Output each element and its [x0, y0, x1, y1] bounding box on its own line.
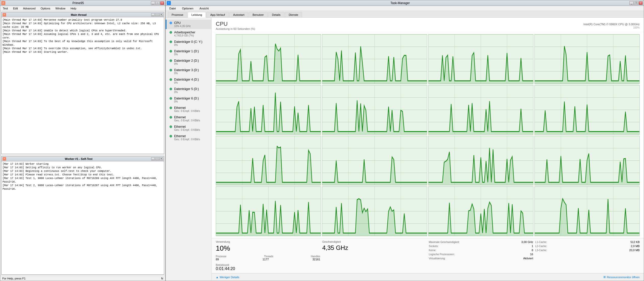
sidebar-item-name: Datenträger 4 (D:) — [174, 78, 199, 81]
sidebar-item-name: Datenträger 0 (C: Y:) — [174, 40, 202, 44]
sidebar-item[interactable]: Datenträger 5 (D:)0% — [166, 86, 211, 95]
main-thread-log[interactable]: [Main thread Mar 17 14:03] Mersenne numb… — [2, 17, 164, 154]
cpu-stats: Verwendung 10% Prozesse Threads Handles … — [212, 238, 644, 273]
tab-app-verlauf[interactable]: App-Verlauf — [206, 12, 229, 17]
worker-log[interactable]: [Mar 17 14:03] Worker starting[Mar 17 14… — [2, 161, 164, 274]
up-arrow-icon: ▲ — [216, 276, 219, 279]
tm-minimize-btn[interactable]: _ — [629, 1, 634, 5]
tab-autostart[interactable]: Autostart — [229, 12, 248, 17]
worker-window: P Worker #1 - Self-Test _ □ ✕ [Mar 17 14… — [1, 156, 164, 275]
sidebar-item[interactable]: Datenträger 1 (D:)0% — [166, 48, 211, 57]
worker-close-btn[interactable]: ✕ — [159, 157, 163, 160]
sidebar-item[interactable]: Datenträger 4 (D:)0% — [166, 76, 211, 86]
sockets-label: Sockets: — [429, 245, 438, 248]
stat-group-cache: L1-Cache: 512 KB L2-Cache: 2,0 MB L3-Cac… — [535, 240, 640, 271]
menu-datei[interactable]: Datei — [168, 6, 177, 10]
prime95-minimize-btn[interactable]: _ — [151, 1, 155, 5]
weniger-details-link[interactable]: ▲ Weniger Details — [216, 276, 239, 279]
tm-close-btn[interactable]: ✕ — [639, 1, 643, 5]
verwendung-value-large: 10% — [216, 244, 320, 252]
sidebar-item[interactable]: EthernetGes.: 0 Empf.: 0 KBit/s — [166, 114, 211, 123]
prime95-maximize-btn[interactable]: □ — [156, 1, 160, 5]
main-thread-title: Main thread — [6, 13, 151, 16]
virtualisierung-value: Aktiviert — [523, 257, 533, 260]
tm-restore-btn[interactable]: ❐ — [634, 1, 638, 5]
sidebar-item[interactable]: EthernetGes.: 0 Empf.: 0 KBit/s — [166, 105, 211, 114]
worker-titlebar: P Worker #1 - Self-Test _ □ ✕ — [2, 156, 164, 161]
kerne-label: Kerne: — [429, 249, 436, 252]
l2-label: L2-Cache: — [535, 245, 547, 248]
cpu-graph-core-8 — [216, 136, 321, 185]
sidebar-item[interactable]: Datenträger 6 (D:)0% — [166, 95, 211, 105]
sidebar-item[interactable]: CPU10% 4,35 GHz — [166, 20, 211, 29]
max-geschwindigkeit-label: Maximale Geschwindigkeit: — [429, 241, 460, 244]
sidebar-item-value: Ges.: 0 Empf.: 0 KBit/s — [174, 110, 200, 112]
l1-value: 512 KB — [630, 240, 640, 244]
sidebar-item-info: EthernetGes.: 0 Empf.: 0 KBit/s — [174, 134, 200, 141]
sidebar-item-value: Ges.: 0 Empf.: 0 KBit/s — [174, 119, 200, 122]
sidebar-item-name: Ethernet — [174, 134, 200, 138]
sidebar-dot — [170, 59, 172, 62]
cpu-graph-core-1 — [322, 34, 427, 84]
tab-prozesse[interactable]: Prozesse — [168, 12, 187, 17]
sidebar-item-name: Datenträger 3 (D:) — [174, 68, 199, 72]
sidebar-item[interactable]: Datenträger 2 (D:)0% — [166, 57, 211, 67]
sidebar-dot — [170, 116, 172, 119]
menu-optionen[interactable]: Optionen — [181, 6, 195, 10]
sidebar-item-info: CPU10% 4,35 GHz — [174, 21, 191, 28]
menu-help[interactable]: Help — [69, 6, 78, 10]
tab-benutzer[interactable]: Benutzer — [249, 12, 268, 17]
ressourcenmonitor-link[interactable]: ⊞ Ressourcenmonitor öffnen — [603, 275, 640, 279]
menu-window[interactable]: Window — [54, 6, 67, 10]
prime95-close-btn[interactable]: ✕ — [160, 1, 164, 5]
prozesse-label: Prozesse — [216, 255, 226, 258]
log-line: [Mar 17 14:03] Please read stress.txt. C… — [3, 173, 163, 177]
cpu-graph-core-3 — [534, 34, 640, 84]
sidebar-item-value: 0% — [174, 44, 202, 46]
sidebar-item-name: CPU — [174, 21, 191, 25]
sidebar-item[interactable]: EthernetGes.: 0 Empf.: 0 KBit/s — [166, 133, 211, 142]
tm-tabs: Prozesse Leistung App-Verlauf Autostart … — [166, 11, 644, 18]
stat-group-usage: Verwendung 10% Prozesse Threads Handles … — [216, 240, 320, 271]
sidebar-dot — [170, 31, 172, 34]
prime95-controls: _ □ ✕ — [151, 1, 164, 5]
main-close-btn[interactable]: ✕ — [159, 13, 163, 16]
main-thread-icon: P — [3, 13, 6, 17]
tab-details[interactable]: Details — [268, 12, 284, 17]
cpu-graph-core-14 — [428, 186, 533, 236]
l2-value: 2,0 MB — [631, 245, 640, 248]
worker-minimize-btn[interactable]: _ — [151, 157, 155, 160]
log-line: [Main thread Mar 17 14:03] Starting work… — [3, 50, 163, 54]
sidebar-item[interactable]: Datenträger 0 (C: Y:)0% — [166, 39, 211, 48]
tab-leistung[interactable]: Leistung — [188, 12, 206, 18]
handles-label: Handles — [311, 255, 320, 258]
menu-advanced[interactable]: Advanced — [21, 6, 37, 10]
menu-ansicht[interactable]: Ansicht — [198, 6, 210, 10]
sidebar-dot — [170, 41, 172, 43]
sidebar-dot — [170, 78, 172, 81]
worker-maximize-btn[interactable]: □ — [155, 157, 159, 160]
cpu-bottom-bar: ▲ Weniger Details ⊞ Ressourcenmonitor öf… — [212, 273, 644, 281]
main-minimize-btn[interactable]: _ — [151, 13, 155, 16]
sidebar-item[interactable]: Datenträger 3 (D:)0% — [166, 67, 211, 76]
sidebar-dot — [170, 22, 172, 24]
tab-dienste[interactable]: Dienste — [285, 12, 302, 17]
sidebar-item[interactable]: EthernetGes.: 0 Empf.: 0 KBit/s — [166, 123, 211, 133]
main-maximize-btn[interactable]: □ — [155, 13, 159, 16]
l1-label: L1-Cache: — [535, 241, 547, 244]
sidebar-item-value: 4,7/63,9 GB (7%) — [174, 34, 195, 37]
prime95-menubar: Test Edit Advanced Options Window Help — [0, 6, 165, 11]
menu-test[interactable]: Test — [1, 6, 9, 10]
sidebar-item-info: Datenträger 0 (C: Y:)0% — [174, 40, 202, 46]
tm-titlebar: T Task-Manager _ ❐ ✕ — [166, 0, 644, 6]
sidebar-item-info: EthernetGes.: 0 Empf.: 0 KBit/s — [174, 125, 200, 131]
sidebar-item-value: 0% — [174, 81, 199, 84]
betriebszeit-label: Betriebszeit — [216, 264, 229, 266]
sidebar-item[interactable]: Arbeitsspeicher4,7/63,9 GB (7%) — [166, 29, 211, 39]
prozesse-value: 89 — [216, 258, 219, 261]
menu-edit[interactable]: Edit — [11, 6, 19, 10]
tm-icon: T — [167, 1, 171, 5]
cpu-graph-core-5 — [322, 85, 427, 135]
cpu-graphs-container — [212, 32, 644, 238]
menu-options[interactable]: Options — [39, 6, 52, 10]
